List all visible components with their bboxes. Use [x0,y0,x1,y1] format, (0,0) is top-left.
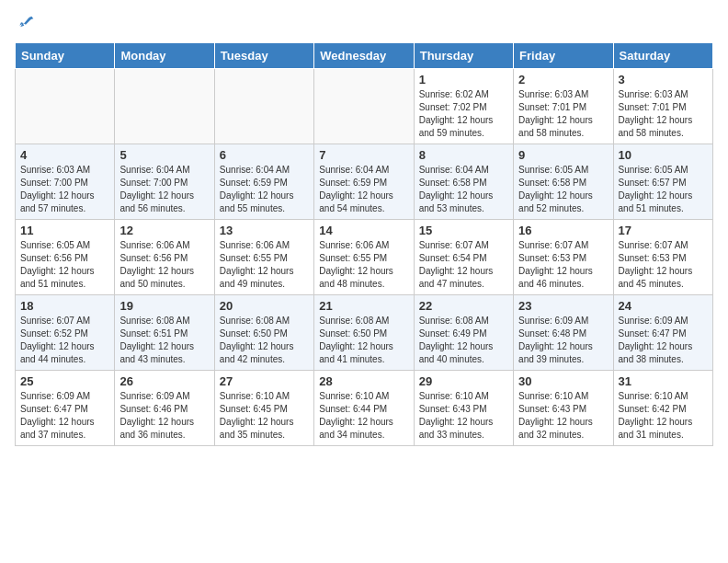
day-number: 1 [419,73,508,86]
calendar-cell: 29Sunrise: 6:10 AM Sunset: 6:43 PM Dayli… [414,371,513,446]
day-number: 4 [20,148,109,162]
calendar-cell: 30Sunrise: 6:10 AM Sunset: 6:43 PM Dayli… [514,371,613,446]
day-number: 6 [220,148,309,162]
day-number: 7 [319,148,408,162]
day-info: Sunrise: 6:10 AM Sunset: 6:45 PM Dayligh… [220,390,309,442]
calendar-cell: 18Sunrise: 6:07 AM Sunset: 6:52 PM Dayli… [16,295,115,371]
day-number: 11 [20,224,109,237]
day-number: 13 [220,224,309,237]
calendar-cell: 21Sunrise: 6:08 AM Sunset: 6:50 PM Dayli… [314,295,414,371]
day-info: Sunrise: 6:07 AM Sunset: 6:52 PM Dayligh… [20,315,109,366]
day-number: 10 [619,148,708,162]
day-number: 3 [619,73,708,86]
day-number: 27 [220,374,309,388]
calendar-cell: 16Sunrise: 6:07 AM Sunset: 6:53 PM Dayli… [514,220,613,295]
day-info: Sunrise: 6:10 AM Sunset: 6:44 PM Dayligh… [319,390,408,442]
day-info: Sunrise: 6:09 AM Sunset: 6:48 PM Dayligh… [518,315,608,366]
calendar-cell [16,69,115,144]
day-info: Sunrise: 6:04 AM Sunset: 7:00 PM Dayligh… [119,164,209,215]
calendar-cell [115,69,214,144]
calendar-cell: 6Sunrise: 6:04 AM Sunset: 6:59 PM Daylig… [214,144,313,220]
day-info: Sunrise: 6:04 AM Sunset: 6:58 PM Dayligh… [419,164,508,215]
calendar-cell: 22Sunrise: 6:08 AM Sunset: 6:49 PM Dayli… [414,295,513,371]
calendar-cell: 23Sunrise: 6:09 AM Sunset: 6:48 PM Dayli… [514,295,613,371]
day-info: Sunrise: 6:09 AM Sunset: 6:47 PM Dayligh… [20,390,109,442]
day-info: Sunrise: 6:05 AM Sunset: 6:57 PM Dayligh… [619,164,708,215]
calendar-cell: 2Sunrise: 6:03 AM Sunset: 7:01 PM Daylig… [514,69,613,144]
calendar-cell: 7Sunrise: 6:04 AM Sunset: 6:59 PM Daylig… [314,144,414,220]
page-header [15,15,713,33]
calendar-cell: 24Sunrise: 6:09 AM Sunset: 6:47 PM Dayli… [613,295,712,371]
calendar-cell: 12Sunrise: 6:06 AM Sunset: 6:56 PM Dayli… [115,220,214,295]
calendar-cell: 10Sunrise: 6:05 AM Sunset: 6:57 PM Dayli… [613,144,712,220]
calendar-cell: 27Sunrise: 6:10 AM Sunset: 6:45 PM Dayli… [214,371,313,446]
day-info: Sunrise: 6:10 AM Sunset: 6:42 PM Dayligh… [619,390,708,442]
day-info: Sunrise: 6:02 AM Sunset: 7:02 PM Dayligh… [419,88,508,140]
day-info: Sunrise: 6:05 AM Sunset: 6:58 PM Dayligh… [518,164,608,215]
day-number: 15 [419,224,508,237]
calendar-cell: 4Sunrise: 6:03 AM Sunset: 7:00 PM Daylig… [16,144,115,220]
day-info: Sunrise: 6:08 AM Sunset: 6:50 PM Dayligh… [220,315,309,366]
weekday-header-wednesday: Wednesday [314,43,414,69]
calendar-cell: 19Sunrise: 6:08 AM Sunset: 6:51 PM Dayli… [115,295,214,371]
weekday-header-friday: Friday [514,43,613,69]
day-number: 5 [119,148,209,162]
calendar-cell: 3Sunrise: 6:03 AM Sunset: 7:01 PM Daylig… [613,69,712,144]
weekday-header-tuesday: Tuesday [214,43,313,69]
day-number: 24 [619,299,708,313]
day-number: 21 [319,299,408,313]
day-info: Sunrise: 6:03 AM Sunset: 7:01 PM Dayligh… [619,88,708,140]
calendar-week-row: 18Sunrise: 6:07 AM Sunset: 6:52 PM Dayli… [16,295,713,371]
day-info: Sunrise: 6:07 AM Sunset: 6:53 PM Dayligh… [619,239,708,291]
day-number: 22 [419,299,508,313]
day-number: 28 [319,374,408,388]
day-number: 29 [419,374,508,388]
weekday-header-saturday: Saturday [613,43,712,69]
day-number: 12 [119,224,209,237]
day-info: Sunrise: 6:04 AM Sunset: 6:59 PM Dayligh… [319,164,408,215]
weekday-header-sunday: Sunday [16,43,115,69]
day-info: Sunrise: 6:04 AM Sunset: 6:59 PM Dayligh… [220,164,309,215]
day-info: Sunrise: 6:07 AM Sunset: 6:53 PM Dayligh… [518,239,608,291]
day-number: 2 [518,73,608,86]
calendar-cell: 26Sunrise: 6:09 AM Sunset: 6:46 PM Dayli… [115,371,214,446]
calendar-cell: 31Sunrise: 6:10 AM Sunset: 6:42 PM Dayli… [613,371,712,446]
calendar-cell: 25Sunrise: 6:09 AM Sunset: 6:47 PM Dayli… [16,371,115,446]
day-info: Sunrise: 6:06 AM Sunset: 6:56 PM Dayligh… [119,239,209,291]
day-info: Sunrise: 6:06 AM Sunset: 6:55 PM Dayligh… [220,239,309,291]
day-info: Sunrise: 6:08 AM Sunset: 6:49 PM Dayligh… [419,315,508,366]
weekday-header-row: SundayMondayTuesdayWednesdayThursdayFrid… [16,43,713,69]
day-number: 31 [619,374,708,388]
day-number: 30 [518,374,608,388]
day-number: 26 [119,374,209,388]
calendar-cell [214,69,313,144]
calendar-cell: 15Sunrise: 6:07 AM Sunset: 6:54 PM Dayli… [414,220,513,295]
calendar-cell: 13Sunrise: 6:06 AM Sunset: 6:55 PM Dayli… [214,220,313,295]
calendar-week-row: 11Sunrise: 6:05 AM Sunset: 6:56 PM Dayli… [16,220,713,295]
calendar-cell [314,69,414,144]
calendar-week-row: 1Sunrise: 6:02 AM Sunset: 7:02 PM Daylig… [16,69,713,144]
calendar-cell: 9Sunrise: 6:05 AM Sunset: 6:58 PM Daylig… [514,144,613,220]
calendar-cell: 5Sunrise: 6:04 AM Sunset: 7:00 PM Daylig… [115,144,214,220]
calendar-table: SundayMondayTuesdayWednesdayThursdayFrid… [15,42,713,446]
day-number: 20 [220,299,309,313]
day-number: 18 [20,299,109,313]
day-info: Sunrise: 6:06 AM Sunset: 6:55 PM Dayligh… [319,239,408,291]
calendar-cell: 20Sunrise: 6:08 AM Sunset: 6:50 PM Dayli… [214,295,313,371]
calendar-cell: 14Sunrise: 6:06 AM Sunset: 6:55 PM Dayli… [314,220,414,295]
day-info: Sunrise: 6:10 AM Sunset: 6:43 PM Dayligh… [419,390,508,442]
day-info: Sunrise: 6:03 AM Sunset: 7:01 PM Dayligh… [518,88,608,140]
day-number: 23 [518,299,608,313]
calendar-cell: 28Sunrise: 6:10 AM Sunset: 6:44 PM Dayli… [314,371,414,446]
day-info: Sunrise: 6:05 AM Sunset: 6:56 PM Dayligh… [20,239,109,291]
day-info: Sunrise: 6:08 AM Sunset: 6:51 PM Dayligh… [119,315,209,366]
weekday-header-thursday: Thursday [414,43,513,69]
calendar-cell: 17Sunrise: 6:07 AM Sunset: 6:53 PM Dayli… [613,220,712,295]
day-info: Sunrise: 6:07 AM Sunset: 6:54 PM Dayligh… [419,239,508,291]
day-number: 9 [518,148,608,162]
weekday-header-monday: Monday [115,43,214,69]
day-number: 16 [518,224,608,237]
calendar-cell: 1Sunrise: 6:02 AM Sunset: 7:02 PM Daylig… [414,69,513,144]
logo [15,15,35,33]
day-number: 17 [619,224,708,237]
